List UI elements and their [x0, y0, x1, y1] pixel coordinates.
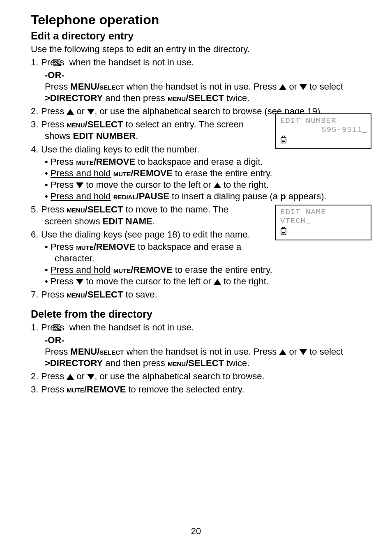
edit-step-4-sub1: Press mute/REMOVE to backspace and erase…	[45, 156, 364, 168]
edit-step-4: 4.Use the dialing keys to edit the numbe…	[31, 144, 364, 203]
text: Press	[51, 157, 76, 167]
or-text: -OR-	[45, 335, 65, 345]
text: /SELECT	[186, 93, 224, 103]
text: Press	[45, 346, 70, 357]
text: menu	[67, 119, 85, 129]
text: or	[286, 346, 300, 357]
text: or	[286, 81, 300, 92]
text: .	[136, 131, 138, 141]
up-arrow-icon	[279, 84, 286, 90]
text: select	[99, 346, 124, 357]
text: to remove the selected entry.	[126, 384, 244, 394]
screen-line-1: EDIT NUMBER	[280, 117, 367, 126]
edit-step-4-sub2: Press and hold mute/REMOVE to erase the …	[45, 168, 364, 179]
down-arrow-icon	[87, 109, 95, 115]
screen-line-2: 595-9511_	[280, 126, 367, 135]
edit-step-1: 1.Press when the handset is not in use. …	[31, 57, 364, 104]
screen-edit-number: EDIT NUMBER 595-9511_	[275, 113, 371, 149]
up-arrow-icon	[214, 279, 221, 285]
text: /REMOVE	[84, 384, 126, 394]
down-arrow-icon	[76, 182, 83, 188]
text: redial	[113, 191, 136, 201]
screen-line-2: VTECH_	[280, 217, 367, 226]
edit-steps: 1.Press when the handset is not in use. …	[31, 57, 364, 301]
text: Press	[51, 180, 76, 190]
text: Press	[51, 242, 76, 252]
down-arrow-icon	[300, 349, 307, 355]
text: Press	[45, 81, 70, 92]
text: /SELECT	[85, 119, 123, 129]
text: twice.	[224, 93, 249, 103]
text: mute	[113, 168, 131, 178]
text: to save.	[123, 289, 157, 300]
text: Press	[41, 384, 67, 394]
text: and then press	[103, 93, 168, 103]
screen-edit-name: EDIT NAME VTECH_	[275, 205, 371, 240]
text: and then press	[103, 358, 168, 368]
edit-step-6-sub3: Press to move the cursor to the left or …	[45, 276, 364, 287]
svg-rect-4	[282, 141, 285, 142]
text: Press	[51, 276, 76, 286]
or-text: -OR-	[45, 70, 65, 80]
text: when the handset is not in use. Press	[124, 346, 279, 357]
text: when the handset is not in use. Press	[124, 81, 279, 92]
svg-rect-7	[282, 232, 285, 233]
text: Press and hold	[51, 265, 111, 275]
text: to backspace and erase a digit.	[135, 157, 263, 167]
up-arrow-icon	[67, 374, 74, 380]
text: Press and hold	[51, 191, 111, 201]
page-number: 20	[0, 526, 392, 537]
text: to the right.	[221, 276, 269, 286]
text: /REMOVE	[131, 168, 172, 178]
text: /REMOVE	[94, 242, 135, 252]
down-arrow-icon	[76, 279, 83, 285]
text: to	[307, 81, 320, 92]
delete-step-3: 3.Press mute/REMOVE to remove the select…	[31, 384, 364, 395]
edit-intro: Use the following steps to edit an entry…	[31, 44, 364, 55]
text: Press	[41, 119, 67, 129]
text: Use the dialing keys to edit the number.	[41, 144, 199, 155]
up-arrow-icon	[67, 109, 74, 115]
text: mute	[76, 157, 94, 167]
delete-step-1: 1.Press when the handset is not in use. …	[31, 322, 364, 369]
text: menu	[67, 204, 85, 215]
up-arrow-icon	[279, 349, 286, 355]
text: p	[280, 191, 286, 201]
text: MENU/	[70, 81, 99, 92]
text: Press	[41, 204, 67, 215]
text: to move the cursor to the left or	[83, 180, 214, 190]
text: to insert a dialing pause (a	[169, 191, 280, 201]
text: /SELECT	[85, 204, 123, 215]
text: /REMOVE	[94, 157, 135, 167]
text: twice.	[224, 358, 249, 368]
text: /REMOVE	[131, 265, 172, 275]
page-title: Telephone operation	[31, 12, 364, 28]
text: Use the dialing keys (see page 18) to ed…	[41, 229, 250, 240]
svg-rect-3	[282, 136, 285, 137]
svg-rect-6	[282, 227, 285, 228]
text: when the handset is not in use.	[67, 57, 194, 67]
text: /SELECT	[85, 289, 123, 300]
edit-step-7: 7.Press menu/SELECT to save.	[31, 289, 364, 300]
delete-step-2: 2.Press or , or use the alphabetical sea…	[31, 371, 364, 382]
text: appears).	[286, 191, 327, 201]
text: , or use the alphabetical search to brow…	[95, 371, 264, 381]
text: /SELECT	[186, 358, 224, 368]
up-arrow-icon	[214, 182, 221, 188]
edit-step-4-sub3: Press to move the cursor to the left or …	[45, 179, 364, 191]
text: mute	[76, 242, 94, 252]
text: >DIRECTORY	[45, 93, 103, 103]
text: Press and hold	[51, 168, 111, 178]
text: to the right.	[221, 180, 269, 190]
text: EDIT NUMBER	[73, 131, 136, 141]
text: or	[74, 106, 87, 116]
text: .	[152, 216, 155, 226]
text: Press	[41, 289, 67, 300]
down-arrow-icon	[300, 84, 307, 90]
text: to erase the entire entry.	[173, 265, 272, 275]
text: Press	[41, 106, 67, 116]
edit-step-6-sub1: Press mute/REMOVE to backspace and erase…	[45, 241, 257, 264]
text: menu	[67, 289, 85, 300]
text: or	[74, 371, 87, 381]
text: menu	[168, 93, 186, 103]
